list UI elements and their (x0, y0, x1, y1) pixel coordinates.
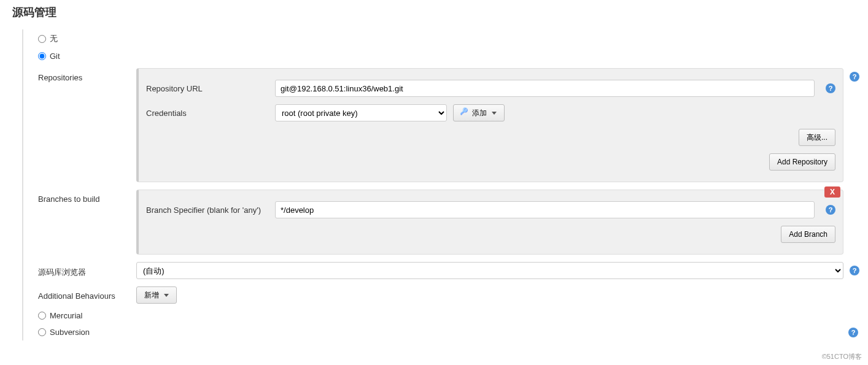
scm-option-subversion[interactable]: Subversion ? (23, 324, 861, 340)
caret-down-icon (164, 294, 169, 297)
scm-option-git[interactable]: Git (23, 48, 861, 64)
add-credentials-label: 添加 (472, 108, 487, 118)
additional-label: Additional Behaviours (38, 286, 136, 301)
help-icon[interactable]: ? (848, 328, 858, 337)
radio-none-label: 无 (50, 33, 58, 44)
scm-option-mercurial[interactable]: Mercurial (23, 307, 861, 324)
credentials-select[interactable]: root (root private key) (275, 104, 447, 121)
key-icon (461, 110, 470, 116)
radio-mercurial-label: Mercurial (50, 311, 82, 320)
help-icon[interactable]: ? (850, 266, 859, 275)
additional-add-button[interactable]: 新增 (136, 286, 177, 304)
branches-panel: X Branch Specifier (blank for 'any') ? A… (136, 190, 843, 255)
browser-label: 源码库浏览器 (38, 262, 136, 278)
branches-row: Branches to build X Branch Specifier (bl… (38, 186, 861, 258)
browser-row: 源码库浏览器 (自动) ? (38, 258, 861, 283)
add-credentials-button[interactable]: 添加 (453, 104, 505, 121)
additional-add-label: 新增 (144, 290, 159, 301)
radio-git[interactable] (38, 52, 46, 60)
scm-option-none[interactable]: 无 (23, 29, 861, 48)
branches-label: Branches to build (38, 190, 136, 204)
repositories-panel: Repository URL ? Credentials root (root … (136, 68, 843, 182)
radio-mercurial[interactable] (38, 312, 46, 320)
add-repository-button[interactable]: Add Repository (769, 153, 835, 171)
repo-url-row: Repository URL ? (146, 76, 835, 101)
advanced-button[interactable]: 高级... (799, 129, 835, 146)
delete-branch-button[interactable]: X (824, 186, 840, 198)
branch-specifier-input[interactable] (275, 201, 815, 218)
git-config: Repositories Repository URL ? Credential… (38, 64, 861, 307)
branch-specifier-label: Branch Specifier (blank for 'any') (146, 206, 269, 215)
repositories-row: Repositories Repository URL ? Credential… (38, 64, 861, 186)
radio-subversion[interactable] (38, 328, 46, 336)
add-branch-button[interactable]: Add Branch (781, 226, 835, 243)
credentials-label: Credentials (146, 109, 269, 118)
credentials-row: Credentials root (root private key) 添加 (146, 101, 835, 125)
repo-url-input[interactable] (275, 80, 815, 97)
browser-select[interactable]: (自动) (136, 262, 843, 279)
scm-options: 无 Git Repositories Repository URL ? Cred… (22, 29, 861, 340)
help-icon[interactable]: ? (826, 83, 835, 93)
radio-none[interactable] (38, 35, 46, 43)
caret-down-icon (492, 112, 497, 115)
help-icon[interactable]: ? (826, 205, 835, 215)
repositories-label: Repositories (38, 68, 136, 82)
section-title: 源码管理 (7, 5, 861, 20)
help-icon[interactable]: ? (850, 72, 859, 82)
branch-specifier-row: Branch Specifier (blank for 'any') ? (146, 198, 835, 222)
radio-subversion-label: Subversion (50, 328, 90, 337)
radio-git-label: Git (50, 52, 60, 61)
repo-url-label: Repository URL (146, 84, 269, 93)
additional-row: Additional Behaviours 新增 (38, 283, 861, 307)
